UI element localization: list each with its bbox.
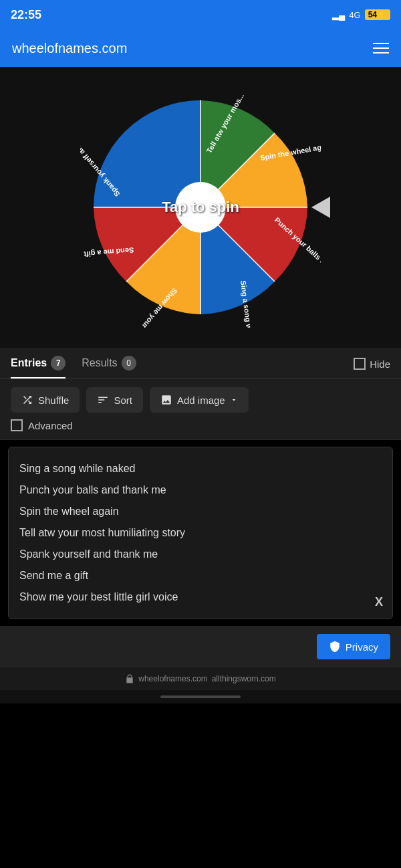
entries-count-badge: 7 (51, 356, 65, 370)
controls-section: Shuffle Sort Add image Advanced (0, 379, 401, 440)
status-icons: ▂▄ 4G 54⚡ (332, 9, 390, 20)
tab-entries[interactable]: Entries 7 (11, 356, 65, 378)
shuffle-button[interactable]: Shuffle (11, 387, 80, 413)
image-icon (160, 394, 172, 406)
tabs-section: Entries 7 Results 0 Hide (0, 348, 401, 379)
sort-label: Sort (114, 395, 132, 406)
advanced-label: Advanced (28, 420, 73, 431)
close-button[interactable]: X (375, 595, 383, 609)
tab-entries-label: Entries (11, 357, 47, 369)
privacy-button[interactable]: Privacy (317, 634, 390, 659)
sort-button[interactable]: Sort (86, 387, 143, 413)
site-title: wheelofnames.com (12, 41, 127, 56)
privacy-icon (329, 641, 341, 653)
hamburger-line-2 (373, 47, 389, 49)
hide-label: Hide (370, 358, 390, 370)
advanced-checkbox[interactable] (11, 419, 23, 431)
privacy-label: Privacy (346, 641, 378, 653)
network-type: 4G (349, 10, 360, 20)
status-time: 22:55 (11, 8, 41, 22)
bottom-bar-text: wheelofnames.com (138, 674, 207, 683)
hamburger-line-1 (373, 43, 389, 44)
status-bar: 22:55 ▂▄ 4G 54⚡ (0, 0, 401, 29)
hamburger-line-3 (373, 52, 389, 53)
hide-toggle[interactable]: Hide (354, 358, 390, 376)
add-image-button[interactable]: Add image (150, 387, 249, 413)
wheel-section[interactable]: Tell atw your mos... Spin the wheel ag..… (0, 67, 401, 348)
secondary-watermark: allthingsworn.com (212, 674, 276, 683)
header: wheelofnames.com (0, 29, 401, 67)
wheel-container[interactable]: Tell atw your mos... Spin the wheel ag..… (80, 87, 321, 328)
entries-section: Sing a song while naked Punch your balls… (8, 447, 393, 619)
entry-item-4: Tell atw your most humiliating story (19, 522, 382, 544)
entry-item-1: Sing a song while naked (19, 458, 382, 479)
hide-checkbox[interactable] (354, 358, 366, 370)
tabs-row: Entries 7 Results 0 Hide (11, 348, 390, 378)
tab-results[interactable]: Results 0 (82, 356, 136, 378)
shuffle-icon (21, 394, 33, 406)
entry-item-5: Spank yourself and thank me (19, 544, 382, 565)
add-image-label: Add image (177, 395, 225, 406)
tab-results-label: Results (82, 357, 117, 369)
svg-point-14 (175, 182, 226, 233)
entry-item-6: Send me a gift (19, 565, 382, 586)
signal-icon: ▂▄ (332, 10, 345, 20)
advanced-row[interactable]: Advanced (11, 419, 390, 431)
shuffle-label: Shuffle (38, 395, 69, 406)
battery-indicator: 54⚡ (365, 9, 390, 20)
sort-icon (97, 394, 109, 406)
dropdown-icon (230, 396, 238, 404)
entry-item-3: Spin the wheel again (19, 501, 382, 522)
controls-row: Shuffle Sort Add image (11, 387, 390, 413)
hamburger-menu[interactable] (373, 43, 389, 53)
spin-wheel[interactable]: Tell atw your mos... Spin the wheel ag..… (80, 87, 321, 328)
home-indicator (0, 690, 401, 703)
privacy-section: Privacy (0, 626, 401, 667)
entry-item-7: Show me your best little girl voice (19, 586, 382, 608)
wheel-pointer (311, 197, 330, 218)
bottom-bar: wheelofnames.com allthingsworn.com (0, 667, 401, 690)
home-bar (160, 695, 241, 698)
entry-item-2: Punch your balls and thank me (19, 479, 382, 501)
results-count-badge: 0 (122, 356, 136, 370)
lock-icon (125, 674, 134, 683)
